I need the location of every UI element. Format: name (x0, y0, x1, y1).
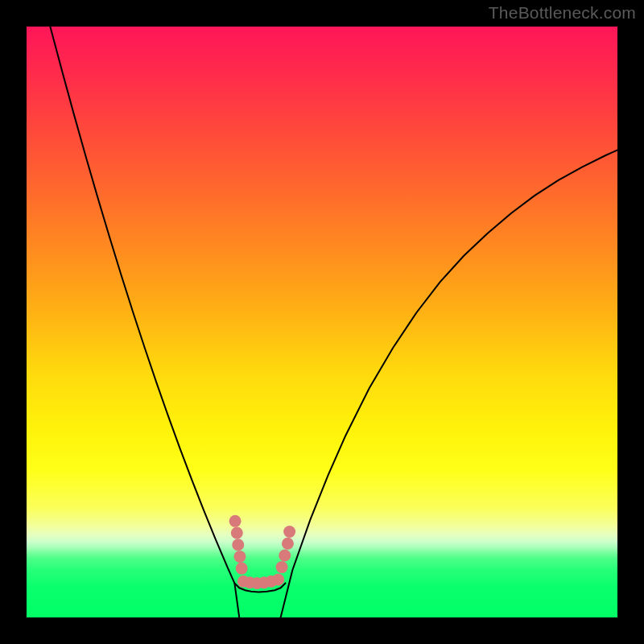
series-left-branch (50, 27, 239, 617)
series-right-branch (281, 150, 617, 617)
valley-marker-dots (272, 574, 284, 586)
curve-group (50, 27, 617, 617)
outer-frame: TheBottleneck.com (0, 0, 644, 644)
plot-area (27, 27, 617, 617)
right-marker-dots (283, 526, 295, 538)
chart-svg (27, 27, 617, 617)
left-marker-dots (232, 539, 244, 551)
left-marker-dots (236, 563, 248, 575)
right-marker-dots (276, 561, 288, 573)
right-marker-dots (279, 549, 291, 561)
left-marker-dots (233, 551, 246, 563)
left-marker-dots (229, 515, 242, 527)
marker-group (229, 515, 296, 589)
right-marker-dots (282, 538, 294, 550)
left-marker-dots (231, 527, 243, 539)
watermark-text: TheBottleneck.com (489, 3, 636, 23)
